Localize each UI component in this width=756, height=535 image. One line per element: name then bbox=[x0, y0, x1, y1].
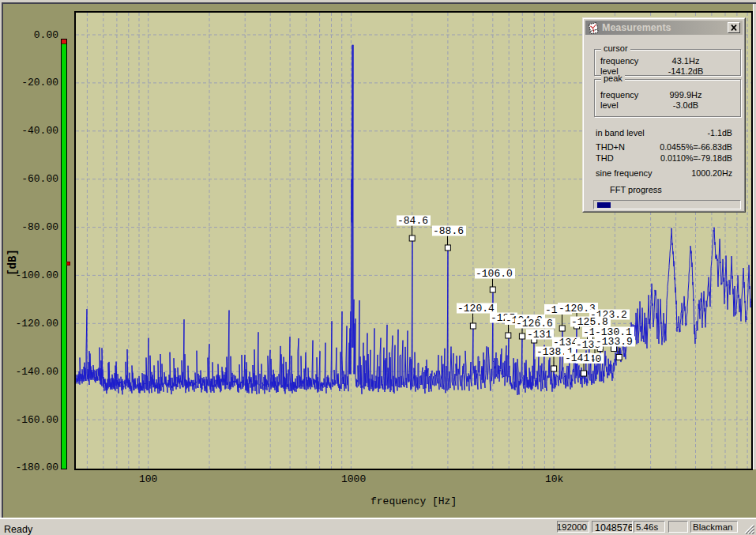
svg-text:-131: -131 bbox=[527, 329, 551, 341]
svg-text:-126.6: -126.6 bbox=[516, 318, 553, 330]
svg-text:-120.4: -120.4 bbox=[457, 303, 495, 315]
svg-text:-133.9: -133.9 bbox=[596, 336, 633, 348]
svg-text:-141: -141 bbox=[565, 352, 589, 364]
svg-text:-88.6: -88.6 bbox=[433, 225, 464, 237]
svg-text:-84.6: -84.6 bbox=[397, 215, 428, 227]
svg-text:-106.0: -106.0 bbox=[476, 268, 513, 280]
